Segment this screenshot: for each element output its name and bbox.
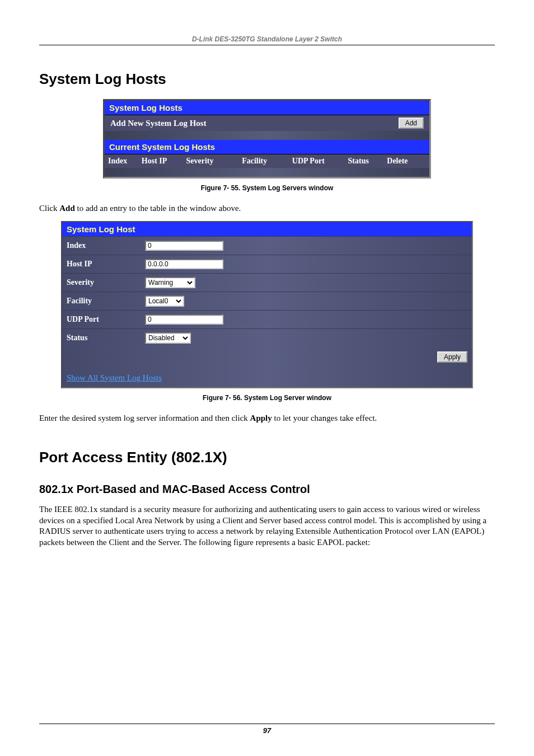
facility-label: Facility (67, 297, 145, 306)
figure-caption-2: Figure 7- 56. System Log Server window (39, 394, 495, 402)
page-footer: 97 (39, 724, 495, 735)
para2-a: Enter the desired system log server info… (39, 414, 250, 422)
apply-button[interactable]: Apply (437, 351, 467, 363)
paragraph-click-add: Click Add to add an entry to the table i… (39, 203, 495, 214)
form-row-status: Status Disabled (62, 328, 472, 347)
status-select[interactable]: Disabled (145, 332, 191, 344)
para2-c: to let your changes take effect. (272, 414, 377, 422)
add-new-label: Add New System Log Host (110, 119, 207, 128)
page-header: D-Link DES-3250TG Standalone Layer 2 Swi… (39, 34, 495, 45)
add-button[interactable]: Add (399, 118, 424, 129)
col-host-ip: Host IP (142, 157, 186, 166)
form-row-host-ip: Host IP (62, 255, 472, 273)
col-udp-port: UDP Port (292, 157, 348, 166)
figure-caption-1: Figure 7- 55. System Log Servers window (39, 184, 495, 192)
show-all-link[interactable]: Show All System Log Hosts (67, 373, 162, 382)
col-status: Status (348, 157, 387, 166)
add-new-row: Add New System Log Host Add (105, 115, 429, 131)
subsection-8021x-heading: 802.1x Port-Based and MAC-Based Access C… (39, 483, 495, 496)
panel-gap (105, 131, 429, 140)
table-header-row: Index Host IP Severity Facility UDP Port… (105, 154, 429, 168)
para1-b: Add (59, 204, 75, 213)
col-severity: Severity (186, 157, 242, 166)
para2-b: Apply (250, 414, 272, 422)
apply-row: Apply (62, 347, 472, 370)
col-facility: Facility (242, 157, 292, 166)
index-input[interactable] (145, 241, 223, 251)
para1-c: to add an entry to the table in the wind… (75, 204, 241, 213)
col-delete: Delete (387, 157, 426, 166)
form-title: System Log Host (62, 222, 472, 236)
form-row-severity: Severity Warning (62, 273, 472, 292)
section-port-access-entity-heading: Port Access Entity (802.1X) (39, 449, 495, 466)
udp-input[interactable] (145, 314, 223, 325)
panel-subtitle: Current System Log Hosts (105, 140, 429, 154)
para1-a: Click (39, 204, 59, 213)
section-system-log-hosts-heading: System Log Hosts (39, 71, 495, 88)
status-label: Status (67, 334, 145, 342)
panel-gap-bottom (105, 168, 429, 177)
facility-select[interactable]: Local0 (145, 295, 184, 307)
form-row-udp: UDP Port (62, 310, 472, 328)
form-row-index: Index (62, 236, 472, 255)
header-title: D-Link DES-3250TG Standalone Layer 2 Swi… (192, 35, 342, 43)
paragraph-apply: Enter the desired system log server info… (39, 413, 495, 424)
link-row: Show All System Log Hosts (62, 370, 472, 387)
panel-title: System Log Hosts (105, 101, 429, 115)
page-number: 97 (263, 726, 271, 735)
index-label: Index (67, 241, 145, 250)
host-ip-label: Host IP (67, 260, 145, 269)
system-log-host-form-panel: System Log Host Index Host IP Severity W… (61, 221, 473, 388)
col-index: Index (108, 157, 142, 166)
form-row-facility: Facility Local0 (62, 292, 472, 310)
paragraph-8021x-body: The IEEE 802.1x standard is a security m… (39, 504, 495, 548)
severity-select[interactable]: Warning (145, 277, 195, 288)
udp-label: UDP Port (67, 315, 145, 324)
host-ip-input[interactable] (145, 259, 223, 269)
severity-label: Severity (67, 278, 145, 287)
system-log-hosts-panel: System Log Hosts Add New System Log Host… (103, 99, 431, 179)
